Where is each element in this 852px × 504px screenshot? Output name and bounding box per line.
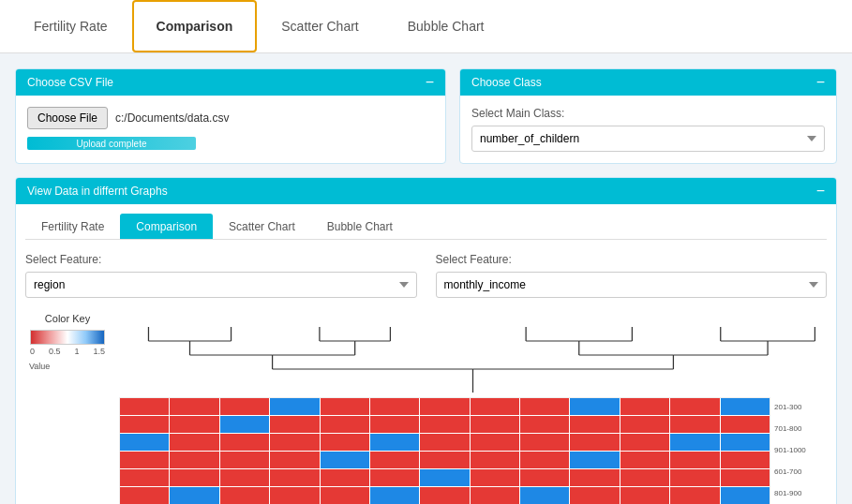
- view-panel-header: View Data in differnt Graphs −: [16, 178, 836, 204]
- heatmap-cell: [220, 469, 269, 486]
- heatmap-cell: [620, 452, 669, 468]
- feature-right-group: Select Feature: monthly_income region ag…: [436, 253, 828, 298]
- heatmap-cell: [420, 398, 469, 415]
- file-upload-row: Choose File c:/Documents/data.csv: [27, 107, 434, 129]
- choose-file-button[interactable]: Choose File: [27, 107, 108, 129]
- inner-tab-scatter-chart[interactable]: Scatter Chart: [213, 214, 311, 239]
- csv-panel-title: Choose CSV File: [27, 76, 113, 89]
- heatmap-cell: [520, 487, 569, 504]
- main-content: Choose CSV File − Choose File c:/Documen…: [0, 53, 852, 504]
- feature-right-select[interactable]: monthly_income region age: [436, 272, 828, 298]
- csv-panel-body: Choose File c:/Documents/data.csv Upload…: [16, 96, 445, 161]
- heatmap-cell: [321, 452, 369, 468]
- heatmap-cell: [471, 469, 519, 486]
- class-panel-title: Choose Class: [471, 76, 542, 89]
- csv-panel-collapse[interactable]: −: [426, 75, 434, 90]
- heatmap-cell: [220, 452, 269, 468]
- inner-tab-comparison[interactable]: Comparison: [120, 214, 213, 239]
- y-axis-labels: 201-300701-800901-1000601-700801-900501-…: [770, 397, 827, 504]
- heatmap-cell: [220, 416, 269, 433]
- heatmap-cell: [321, 487, 369, 504]
- color-key-title: Color Key: [45, 313, 90, 324]
- inner-tab-bubble-chart[interactable]: Bubble Chart: [311, 214, 409, 239]
- heatmap-cell: [120, 487, 169, 504]
- inner-tabs: Fertility Rate Comparison Scatter Chart …: [25, 214, 827, 240]
- heatmap-cell: [420, 434, 469, 451]
- heatmap-cell: [670, 469, 719, 486]
- y-axis-label: 801-900: [774, 485, 827, 502]
- heatmap-cell: [620, 487, 669, 504]
- heatmap-cell: [170, 434, 218, 451]
- heatmap-cell: [520, 416, 569, 433]
- heatmap-cell: [520, 452, 569, 468]
- heatmap-cell: [170, 487, 218, 504]
- heatmap-cell: [321, 416, 369, 433]
- upload-progress-bar: Upload complete: [27, 137, 196, 150]
- heatmap-wrapper: 201-300701-800901-1000601-700801-900501-…: [119, 397, 827, 504]
- heatmap-cell: [520, 398, 569, 415]
- heatmap-cell: [471, 452, 519, 468]
- view-panel-collapse[interactable]: −: [816, 184, 825, 199]
- class-panel-collapse[interactable]: −: [816, 75, 825, 90]
- heatmap-cell: [520, 469, 569, 486]
- heatmap-cell: [471, 487, 519, 504]
- feature-right-label: Select Feature:: [436, 253, 828, 266]
- heatmap-cell: [721, 434, 770, 451]
- feature-row: Select Feature: region monthly_income ag…: [25, 253, 827, 298]
- heatmap-area: Color Key 0 0.5 1 1.5 Value: [25, 313, 827, 504]
- tab-scatter-chart[interactable]: Scatter Chart: [257, 0, 382, 52]
- heatmap-cell: [471, 434, 519, 451]
- heatmap-cell: [370, 398, 419, 415]
- color-key: Color Key 0 0.5 1 1.5 Value: [25, 313, 110, 371]
- top-navigation: Fertility Rate Comparison Scatter Chart …: [0, 0, 852, 53]
- heatmap-cell: [570, 416, 619, 433]
- heatmap-cell: [220, 434, 269, 451]
- csv-panel: Choose CSV File − Choose File c:/Documen…: [15, 68, 446, 164]
- y-axis-label: 701-800: [774, 421, 827, 437]
- tab-fertility-rate[interactable]: Fertility Rate: [9, 0, 132, 52]
- heatmap-cell: [270, 469, 319, 486]
- feature-left-label: Select Feature:: [25, 253, 417, 266]
- heatmap-cell: [170, 469, 218, 486]
- color-key-label-0: 0: [30, 347, 35, 356]
- heatmap-cell: [321, 469, 369, 486]
- heatmap-cell: [721, 469, 770, 486]
- heatmap-cell: [620, 398, 669, 415]
- heatmap-cell: [570, 398, 619, 415]
- color-key-labels: 0 0.5 1 1.5: [30, 347, 105, 356]
- heatmap-cell: [471, 416, 519, 433]
- heatmap-cell: [370, 434, 419, 451]
- heatmap-cell: [471, 398, 519, 415]
- color-key-label-05: 0.5: [49, 347, 61, 356]
- heatmap-cell: [321, 398, 369, 415]
- tab-bubble-chart[interactable]: Bubble Chart: [383, 0, 509, 52]
- heatmap-cell: [270, 487, 319, 504]
- heatmap-cell: [321, 434, 369, 451]
- class-panel-header: Choose Class −: [460, 69, 836, 96]
- csv-panel-header: Choose CSV File −: [16, 69, 445, 96]
- heatmap-cell: [721, 452, 770, 468]
- heatmap-cell: [620, 469, 669, 486]
- y-axis-label: 201-300: [774, 399, 827, 416]
- heatmap-cell: [120, 452, 169, 468]
- heatmap-cell: [170, 416, 218, 433]
- heatmap-cell: [170, 398, 218, 415]
- heatmap-cell: [370, 416, 419, 433]
- class-panel-body: Select Main Class: number_of_childern re…: [460, 96, 836, 163]
- inner-tab-fertility-rate[interactable]: Fertility Rate: [25, 214, 120, 239]
- heatmap-cell: [620, 416, 669, 433]
- heatmap-cell: [370, 469, 419, 486]
- feature-left-select[interactable]: region monthly_income age: [25, 272, 417, 298]
- y-axis-label: 601-700: [774, 464, 827, 481]
- main-class-select[interactable]: number_of_childern region monthly_income…: [471, 126, 825, 152]
- heatmap-grid: [119, 397, 770, 504]
- heatmap-cell: [570, 434, 619, 451]
- file-path-display: c:/Documents/data.csv: [115, 111, 229, 125]
- upload-label: Upload complete: [76, 139, 146, 149]
- heatmap-cell: [370, 452, 419, 468]
- heatmap-cell: [570, 469, 619, 486]
- heatmap-cell: [420, 487, 469, 504]
- view-panel-body: Fertility Rate Comparison Scatter Chart …: [16, 204, 836, 504]
- heatmap-cell: [170, 452, 218, 468]
- tab-comparison[interactable]: Comparison: [132, 0, 258, 52]
